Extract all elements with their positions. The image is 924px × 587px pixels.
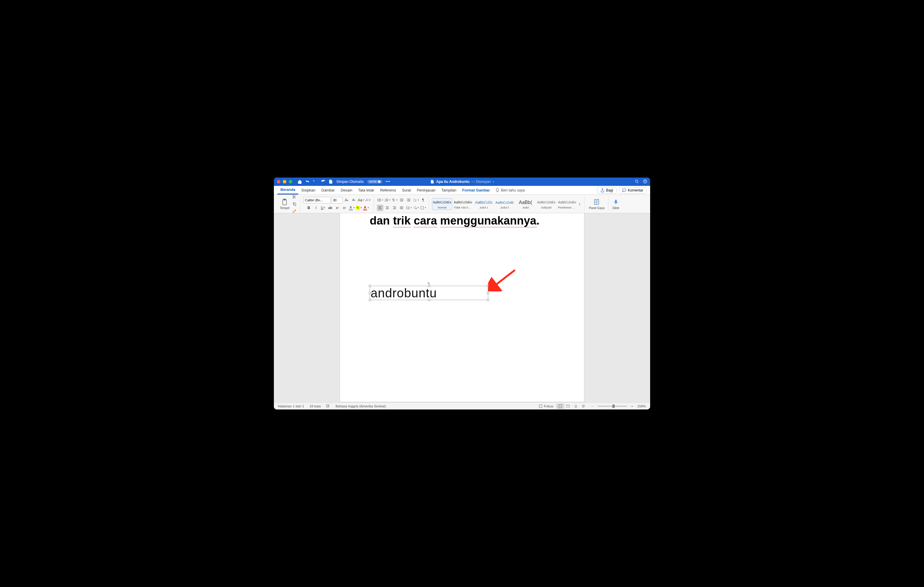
styles-pane-icon bbox=[593, 198, 600, 206]
maximize-window-button[interactable] bbox=[289, 180, 292, 184]
format-painter-button[interactable] bbox=[291, 208, 298, 214]
borders-button[interactable] bbox=[420, 205, 426, 211]
body-text[interactable]: dan trik cara menggunakannya. bbox=[370, 213, 554, 227]
align-center-button[interactable] bbox=[384, 205, 391, 211]
align-left-button[interactable] bbox=[377, 205, 383, 211]
font-size-select[interactable] bbox=[331, 197, 343, 203]
tab-tata-letak[interactable]: Tata letak bbox=[355, 186, 377, 194]
emoji-icon[interactable] bbox=[643, 179, 647, 184]
resize-handle-tm[interactable] bbox=[428, 285, 430, 287]
multilevel-list-button[interactable] bbox=[391, 197, 398, 203]
font-color-button[interactable]: A bbox=[363, 205, 369, 211]
zoom-out-button[interactable]: − bbox=[590, 404, 594, 408]
undo-icon[interactable] bbox=[305, 179, 310, 184]
style-no-spacing[interactable]: AaBbCcDdEeTidak Ada Sp… bbox=[453, 198, 473, 210]
web-layout-view-button[interactable] bbox=[564, 403, 572, 409]
italic-button[interactable]: I bbox=[313, 205, 319, 211]
minimize-window-button[interactable] bbox=[283, 180, 286, 184]
language-indicator[interactable]: Bahasa Inggris (Amerika Serikat) bbox=[335, 404, 386, 408]
decrease-font-button[interactable]: A▾ bbox=[350, 197, 357, 203]
share-button[interactable]: Bagi bbox=[597, 187, 617, 194]
style-subtitle[interactable]: AaBbCcDdEeSubjudul bbox=[536, 198, 556, 210]
comments-button[interactable]: Komentar bbox=[619, 187, 647, 194]
copy-button[interactable] bbox=[291, 201, 298, 207]
increase-font-button[interactable]: A▴ bbox=[343, 197, 350, 203]
show-marks-button[interactable]: ¶ bbox=[420, 197, 426, 203]
tell-me-search[interactable]: Beri tahu saya bbox=[495, 188, 525, 192]
lightbulb-icon bbox=[495, 188, 500, 192]
expand-styles-button[interactable]: › bbox=[577, 201, 582, 207]
resize-handle-bl[interactable] bbox=[369, 299, 371, 301]
paste-button[interactable]: Tempel bbox=[279, 197, 290, 210]
sort-button[interactable]: AZ bbox=[412, 197, 419, 203]
more-icon[interactable]: ••• bbox=[386, 179, 390, 184]
close-window-button[interactable] bbox=[277, 180, 280, 184]
resize-handle-ml[interactable] bbox=[369, 292, 371, 294]
align-center-icon bbox=[385, 206, 389, 210]
tab-sisipkan[interactable]: Sisipkan bbox=[298, 186, 318, 194]
styles-pane-button[interactable]: Panel Gaya bbox=[587, 197, 606, 210]
zoom-level[interactable]: 159% bbox=[637, 404, 646, 408]
tab-peninjauan[interactable]: Peninjauan bbox=[414, 186, 439, 194]
svg-text:3: 3 bbox=[384, 201, 386, 202]
shading-button[interactable] bbox=[412, 205, 419, 211]
svg-rect-38 bbox=[393, 206, 396, 207]
selected-image[interactable]: androbuntu bbox=[370, 286, 488, 300]
text-effects-button[interactable]: A bbox=[348, 205, 355, 211]
focus-mode-button[interactable]: Fokus bbox=[538, 404, 553, 408]
redo-icon[interactable] bbox=[321, 179, 325, 184]
superscript-button[interactable]: x2 bbox=[341, 205, 348, 211]
print-layout-view-button[interactable] bbox=[556, 403, 564, 409]
bullets-button[interactable] bbox=[377, 197, 383, 203]
resize-handle-mr[interactable] bbox=[487, 292, 489, 294]
bold-button[interactable]: B bbox=[305, 205, 312, 211]
search-icon[interactable] bbox=[635, 179, 639, 184]
numbering-button[interactable]: 123 bbox=[384, 197, 391, 203]
spellcheck-icon[interactable] bbox=[326, 404, 330, 409]
justify-button[interactable] bbox=[398, 205, 405, 211]
tab-desain[interactable]: Desain bbox=[338, 186, 355, 194]
resize-handle-tl[interactable] bbox=[369, 285, 371, 287]
decrease-indent-button[interactable] bbox=[398, 197, 405, 203]
document-title[interactable]: Apa itu Androbuntu — Disimpan ▾ bbox=[430, 179, 494, 184]
autosave-toggle[interactable]: AKTIF bbox=[367, 180, 382, 184]
tab-tampilan[interactable]: Tampilan bbox=[439, 186, 459, 194]
rotate-handle[interactable] bbox=[427, 280, 431, 283]
outline-view-button[interactable] bbox=[572, 403, 579, 409]
zoom-slider[interactable] bbox=[597, 406, 627, 407]
zoom-in-button[interactable]: + bbox=[630, 404, 634, 408]
tab-gambar[interactable]: Gambar bbox=[318, 186, 338, 194]
line-spacing-button[interactable] bbox=[406, 205, 412, 211]
style-emphasis[interactable]: AaBbCcDdEePenekanan H… bbox=[557, 198, 577, 210]
increase-indent-button[interactable] bbox=[406, 197, 412, 203]
font-name-select[interactable] bbox=[304, 197, 331, 203]
strikethrough-button[interactable]: ab bbox=[327, 205, 333, 211]
tab-format-gambar[interactable]: Format Gambar bbox=[459, 186, 493, 194]
undo-dropdown-icon[interactable]: ▾ bbox=[313, 179, 317, 184]
style-heading1[interactable]: AaBbCcDcJudul 1 bbox=[474, 198, 494, 210]
document-area[interactable]: dan trik cara menggunakannya. androbuntu bbox=[274, 213, 650, 402]
chevron-down-icon[interactable]: ▾ bbox=[493, 181, 494, 183]
style-title[interactable]: AaBb(Judul bbox=[515, 198, 536, 210]
resize-handle-bm[interactable] bbox=[428, 299, 430, 301]
zoom-thumb[interactable] bbox=[612, 404, 615, 408]
tab-surat[interactable]: Surat bbox=[399, 186, 414, 194]
underline-button[interactable]: U bbox=[320, 205, 326, 211]
line-spacing-icon bbox=[406, 206, 410, 210]
resize-handle-br[interactable] bbox=[487, 299, 489, 301]
word-count[interactable]: 18 kata bbox=[310, 404, 321, 408]
style-heading2[interactable]: AaBbCcDdEJudul 2 bbox=[495, 198, 515, 210]
align-right-button[interactable] bbox=[391, 205, 398, 211]
page-indicator[interactable]: Halaman 1 dari 1 bbox=[278, 404, 304, 408]
cut-button[interactable] bbox=[291, 194, 298, 200]
change-case-button[interactable]: Aa bbox=[358, 197, 364, 203]
draft-view-button[interactable] bbox=[579, 403, 587, 409]
highlight-button[interactable]: ✎ bbox=[355, 205, 362, 211]
subscript-button[interactable]: x2 bbox=[334, 205, 340, 211]
tab-referensi[interactable]: Referensi bbox=[377, 186, 399, 194]
dictate-button[interactable]: Dikte bbox=[611, 197, 620, 210]
document-icon[interactable] bbox=[328, 179, 333, 184]
home-icon[interactable] bbox=[298, 179, 302, 184]
clear-formatting-button[interactable]: A⌫ bbox=[365, 197, 371, 203]
style-normal[interactable]: AaBbCcDdEeNormal bbox=[432, 198, 452, 210]
